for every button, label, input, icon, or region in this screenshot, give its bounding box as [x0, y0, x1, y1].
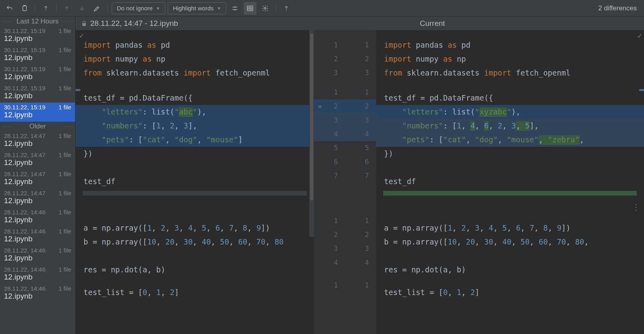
code-line[interactable]: })	[76, 147, 314, 161]
code-line[interactable]: "pets": ["cat", "dog", "mouse"]	[76, 133, 314, 147]
left-code-pane[interactable]: ✓ import pandas as pdimport numpy as npf…	[76, 30, 314, 334]
code-line[interactable]: from sklearn.datasets import fetch_openm…	[76, 66, 314, 80]
revision-file: 12.ipynb	[4, 292, 71, 301]
code-line[interactable]: "numbers": [1, 2, 3],	[76, 119, 314, 133]
code-line[interactable]	[76, 249, 314, 263]
gutter-line-number: 1	[314, 278, 345, 292]
code-line[interactable]: from sklearn.datasets import fetch_openm…	[376, 66, 644, 80]
revision-meta: 1 file	[58, 85, 71, 91]
code-line[interactable]: res = np.dot(a, b)	[376, 263, 644, 277]
revision-file: 12.ipynb	[4, 91, 71, 100]
right-code-pane[interactable]: ✓ import pandas as pdimport numpy as npf…	[376, 30, 644, 334]
sidebar-item[interactable]: 30.11.22, 15:191 file12.ipynb	[0, 84, 75, 103]
code-line[interactable]: a = np.array([1, 2, 3, 4, 5, 6, 7, 8, 9]…	[376, 221, 644, 235]
merge-arrow-icon[interactable]: »	[318, 99, 322, 113]
code-line[interactable]: "letters": list("xyzabc"),	[376, 105, 644, 119]
gutter-line-number: 2	[314, 52, 345, 66]
highlight-dropdown[interactable]: Highlight words ▼	[168, 2, 226, 14]
sidebar-item[interactable]: 28.11.22, 14:461 file12.ipynb	[0, 284, 75, 303]
sync-scroll-icon[interactable]	[244, 2, 256, 15]
gutter-line-number: 1	[345, 214, 376, 228]
check-icon: ✓	[79, 32, 84, 40]
gear-icon[interactable]	[259, 2, 272, 15]
sidebar-item[interactable]: 28.11.22, 14:471 file12.ipynb	[0, 150, 75, 169]
sidebar-item[interactable]: 28.11.22, 14:461 file12.ipynb	[0, 208, 75, 227]
sidebar-group-recent: Last 12 Hours	[0, 17, 75, 26]
code-line[interactable]: test_df	[76, 175, 314, 188]
help-icon[interactable]	[280, 2, 293, 15]
code-line[interactable]: "letters": list("abc"),	[76, 105, 314, 119]
code-line[interactable]	[376, 161, 644, 175]
revision-file: 12.ipynb	[4, 53, 71, 62]
sidebar-item[interactable]: 28.11.22, 14:471 file12.ipynb	[0, 188, 75, 208]
next-diff-icon[interactable]	[76, 2, 88, 15]
revision-date: 30.11.22, 15:19	[4, 85, 45, 91]
sidebar-item[interactable]: 30.11.22, 15:191 file12.ipynb	[0, 64, 75, 84]
scrollbar-thumb[interactable]	[310, 33, 313, 200]
code-line[interactable]: test_df	[376, 175, 644, 188]
revision-date: 28.11.22, 14:46	[4, 228, 45, 235]
revision-date: 28.11.22, 14:47	[4, 190, 45, 196]
prev-diff-icon[interactable]	[60, 2, 73, 15]
gutter-line-number: 1	[314, 214, 345, 228]
sidebar-item[interactable]: 30.11.22, 15:191 file12.ipynb	[0, 26, 75, 45]
sidebar-item[interactable]: 28.11.22, 14:471 file12.ipynb	[0, 169, 75, 188]
revision-meta: 1 file	[58, 266, 71, 273]
gutter-line-number: »2	[314, 99, 345, 113]
gutter-line-number: 3	[345, 113, 376, 127]
collapse-icon[interactable]	[229, 2, 241, 15]
revision-meta: 1 file	[58, 209, 71, 216]
gutter-line-number: 1	[314, 38, 345, 52]
code-line[interactable]: b = np.array([10, 20, 30, 40, 50, 60, 70…	[76, 235, 314, 249]
revision-date: 28.11.22, 14:46	[4, 266, 45, 273]
help-icon[interactable]	[39, 2, 52, 15]
gutter-line-number: 4	[314, 127, 345, 141]
sidebar-item[interactable]: 28.11.22, 14:471 file12.ipynb	[0, 131, 75, 150]
gutter-line-number: 2	[314, 228, 345, 242]
code-line[interactable]: "pets": ["cat", "dog", "mouse", "zebra",	[376, 133, 644, 147]
code-line[interactable]: "numbers": [1, 4, 6, 2, 3, 5],	[376, 119, 644, 133]
code-line[interactable]: a = np.array([1, 2, 3, 4, 5, 6, 7, 8, 9]…	[76, 221, 314, 235]
gutter-line-number: 4	[345, 256, 376, 270]
right-pane-title: Current	[366, 19, 644, 28]
sidebar-item[interactable]: 30.11.22, 15:191 file12.ipynb	[0, 45, 75, 64]
scrollbar[interactable]	[309, 30, 314, 237]
undo-icon[interactable]	[3, 2, 16, 15]
svg-point-1	[46, 10, 46, 10]
sidebar-group-older: Older	[0, 122, 75, 131]
kebab-icon[interactable]: ⋮	[632, 202, 640, 212]
svg-rect-0	[23, 6, 27, 11]
code-line[interactable]: })	[376, 147, 644, 161]
code-line[interactable]: b = np.array([10, 20, 30, 40, 50, 60, 70…	[376, 235, 644, 249]
cell-output-band	[83, 191, 307, 196]
revision-file: 12.ipynb	[4, 254, 71, 262]
revision-date: 30.11.22, 15:19	[4, 104, 45, 111]
code-line[interactable]	[76, 161, 314, 175]
gutter-line-number: 7	[314, 169, 345, 183]
revision-meta: 1 file	[58, 171, 71, 177]
revision-meta: 1 file	[58, 247, 71, 254]
code-line[interactable]	[376, 249, 644, 263]
sidebar-item[interactable]: 30.11.22, 15:191 file12.ipynb	[0, 103, 75, 122]
code-line[interactable]: test_list = [0, 1, 2]	[76, 285, 314, 299]
sidebar-item[interactable]: 28.11.22, 14:461 file12.ipynb	[0, 246, 75, 265]
sidebar-item[interactable]: 28.11.22, 14:461 file12.ipynb	[0, 265, 75, 284]
code-line[interactable]: test_df = pd.DataFrame({	[376, 91, 644, 105]
code-line[interactable]: test_df = pd.DataFrame({	[76, 91, 314, 105]
revision-meta: 1 file	[58, 66, 71, 72]
code-line[interactable]: res = np.dot(a, b)	[76, 263, 314, 277]
ignore-dropdown[interactable]: Do not ignore ▼	[112, 2, 165, 14]
toolbar-separator	[56, 4, 56, 13]
edit-icon[interactable]	[91, 2, 103, 15]
revision-date: 28.11.22, 14:46	[4, 285, 45, 292]
revision-file: 12.ipynb	[4, 34, 71, 43]
code-line[interactable]: import numpy as np	[76, 52, 314, 66]
code-line[interactable]: import pandas as pd	[376, 38, 644, 52]
gutter-line-number: 3	[314, 242, 345, 256]
code-line[interactable]: import pandas as pd	[76, 38, 314, 52]
code-line[interactable]: test_list = [0, 1, 2]	[376, 285, 644, 299]
lock-icon	[81, 21, 87, 27]
sidebar-item[interactable]: 28.11.22, 14:461 file12.ipynb	[0, 227, 75, 246]
code-line[interactable]: import numpy as np	[376, 52, 644, 66]
clipboard-icon[interactable]	[18, 2, 31, 15]
